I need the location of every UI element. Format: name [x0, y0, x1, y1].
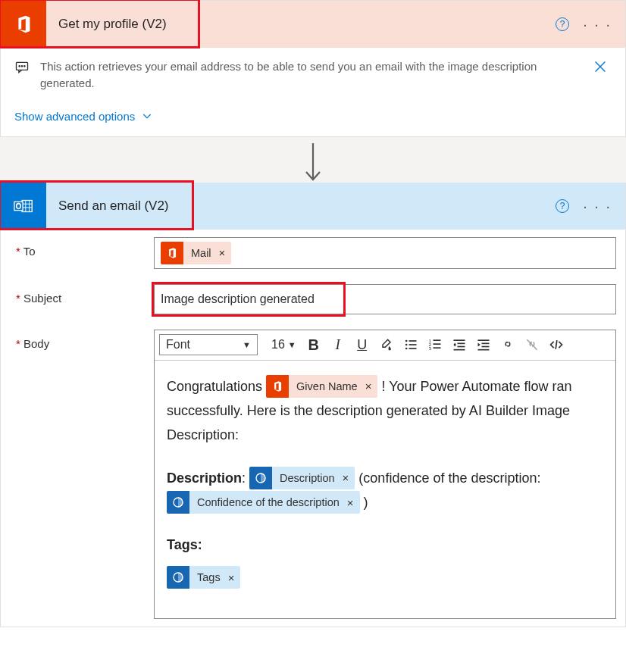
- office-icon: [266, 375, 289, 398]
- svg-rect-25: [457, 346, 465, 348]
- svg-rect-27: [477, 339, 489, 341]
- svg-rect-22: [433, 347, 440, 349]
- token-given-name[interactable]: Given Name ×: [266, 375, 377, 398]
- token-remove-icon[interactable]: ×: [227, 566, 241, 589]
- svg-rect-26: [453, 349, 465, 351]
- font-size-picker[interactable]: 16▼: [265, 334, 301, 355]
- advanced-options-label: Show advanced options: [14, 110, 135, 123]
- action-card-get-profile: Get my profile (V2) ? · · · This action …: [0, 0, 626, 137]
- comment-icon: [14, 60, 30, 77]
- more-icon[interactable]: · · ·: [583, 17, 612, 32]
- field-row-body: * Body Font▼ 16▼ B I U 12: [1, 322, 625, 627]
- body-text: (confidence of the description:: [358, 470, 540, 486]
- body-tags-label: Tags:: [167, 537, 202, 552]
- body-desc-label: Description: [167, 470, 242, 486]
- office-icon: [161, 242, 183, 264]
- svg-text:3: 3: [428, 346, 430, 351]
- to-input[interactable]: Mail ×: [154, 237, 616, 269]
- more-icon[interactable]: · · ·: [583, 198, 612, 214]
- ai-builder-icon: [249, 467, 272, 489]
- field-label-body: * Body: [10, 330, 154, 350]
- svg-rect-29: [481, 346, 489, 348]
- token-confidence[interactable]: Confidence of the description ×: [167, 491, 360, 514]
- svg-rect-16: [408, 348, 416, 349]
- action-description-text: This action retrieves your email address…: [40, 58, 578, 92]
- close-icon[interactable]: [589, 58, 612, 80]
- flow-connector: [0, 137, 626, 183]
- token-mail[interactable]: Mail ×: [161, 242, 231, 264]
- token-remove-icon[interactable]: ×: [341, 467, 355, 489]
- code-view-button[interactable]: [545, 333, 568, 356]
- action-title-get-profile: Get my profile (V2): [46, 17, 556, 32]
- editor-toolbar: Font▼ 16▼ B I U 123: [155, 330, 615, 361]
- rich-text-editor: Font▼ 16▼ B I U 123: [154, 330, 616, 620]
- svg-point-3: [24, 66, 25, 67]
- outdent-button[interactable]: [448, 333, 471, 356]
- ai-builder-icon: [167, 491, 189, 514]
- outlook-icon: [1, 183, 46, 230]
- numbered-list-button[interactable]: 123: [424, 333, 446, 356]
- action-title-send-email: Send an email (V2): [46, 198, 556, 214]
- svg-point-2: [21, 66, 22, 67]
- field-label-to: * To: [10, 237, 154, 258]
- field-label-subject: * Subject: [10, 284, 154, 305]
- token-description[interactable]: Description ×: [249, 467, 355, 489]
- svg-rect-24: [457, 343, 465, 345]
- help-icon[interactable]: ?: [556, 199, 569, 213]
- field-row-subject: * Subject Image description generated: [1, 277, 625, 322]
- italic-button[interactable]: I: [327, 333, 349, 356]
- token-label: Mail: [183, 242, 218, 264]
- action-description-row: This action retrieves your email address…: [1, 48, 625, 101]
- editor-content[interactable]: Congratulations Given Name × ! Your Powe…: [155, 361, 615, 619]
- svg-rect-4: [22, 200, 32, 211]
- token-remove-icon[interactable]: ×: [218, 242, 232, 264]
- body-text: Congratulations: [167, 379, 266, 394]
- svg-point-11: [405, 340, 408, 342]
- action-header-get-profile[interactable]: Get my profile (V2) ? · · ·: [1, 1, 625, 48]
- body-text: ): [364, 495, 368, 510]
- bullet-list-button[interactable]: [399, 333, 422, 356]
- bold-button[interactable]: B: [302, 333, 325, 356]
- svg-rect-23: [453, 339, 465, 341]
- show-advanced-options-link[interactable]: Show advanced options: [14, 110, 153, 123]
- arrow-down-icon: [303, 142, 323, 183]
- svg-point-1: [19, 66, 20, 67]
- svg-rect-15: [408, 344, 416, 345]
- svg-point-13: [405, 348, 408, 350]
- token-label: Description: [272, 467, 341, 489]
- svg-point-12: [405, 344, 408, 346]
- field-row-to: * To Mail ×: [1, 230, 625, 277]
- token-label: Tags: [189, 566, 227, 589]
- svg-rect-30: [477, 349, 489, 351]
- font-color-button[interactable]: [375, 333, 398, 356]
- indent-button[interactable]: [472, 333, 495, 356]
- underline-button[interactable]: U: [351, 333, 374, 356]
- svg-rect-21: [433, 343, 440, 345]
- svg-rect-28: [481, 343, 489, 345]
- link-button[interactable]: [496, 333, 519, 356]
- token-label: Given Name: [289, 375, 364, 398]
- unlink-button[interactable]: [521, 333, 543, 356]
- font-picker[interactable]: Font▼: [159, 334, 258, 355]
- help-icon[interactable]: ?: [556, 17, 569, 31]
- subject-value: Image description generated: [161, 292, 315, 306]
- action-header-send-email[interactable]: Send an email (V2) ? · · ·: [1, 183, 625, 230]
- token-remove-icon[interactable]: ×: [346, 491, 360, 514]
- token-label: Confidence of the description: [189, 491, 346, 514]
- subject-input[interactable]: Image description generated: [154, 284, 616, 314]
- action-card-send-email: Send an email (V2) ? · · · * To Mail × *…: [0, 183, 626, 628]
- office-icon: [1, 1, 46, 48]
- svg-rect-20: [433, 339, 440, 341]
- svg-rect-14: [408, 340, 416, 342]
- chevron-down-icon: [141, 110, 153, 122]
- token-remove-icon[interactable]: ×: [364, 375, 378, 398]
- ai-builder-icon: [167, 566, 189, 589]
- token-tags[interactable]: Tags ×: [167, 566, 240, 589]
